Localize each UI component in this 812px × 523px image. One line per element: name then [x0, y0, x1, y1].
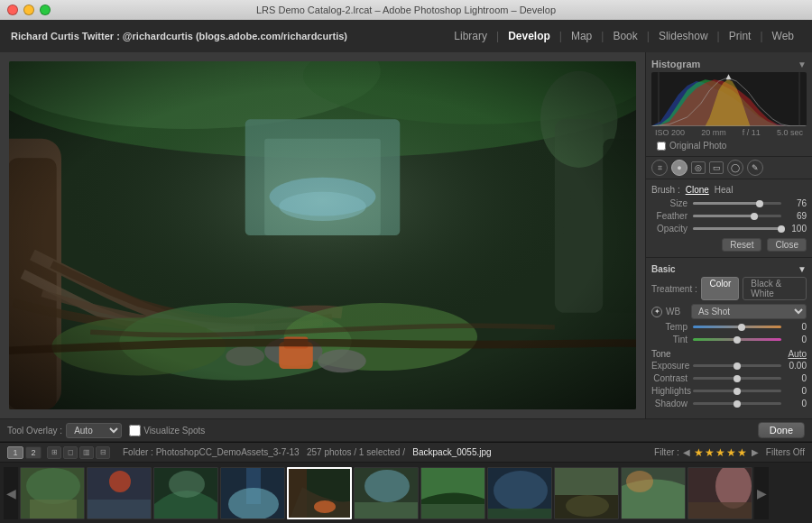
filmstrip-thumb-7[interactable] [420, 467, 485, 519]
svg-marker-25 [726, 74, 732, 79]
temp-slider[interactable] [693, 326, 781, 328]
crop-tool-icon[interactable]: ⌗ [651, 160, 668, 176]
view-num-2[interactable]: 2 [25, 446, 42, 459]
tone-label: Tone [651, 349, 671, 359]
bottom-toolbar: Tool Overlay : Auto Always Never Visuali… [0, 418, 812, 442]
grid-view-icon[interactable]: ⊞ [47, 446, 61, 459]
highlights-label: Highlights [651, 386, 693, 396]
nav-web[interactable]: Web [765, 27, 801, 45]
color-treatment[interactable]: Color [701, 277, 739, 300]
feather-slider[interactable] [693, 215, 781, 217]
bw-treatment[interactable]: Black & White [743, 277, 807, 300]
basic-arrow[interactable]: ▼ [798, 264, 807, 274]
loupe-view-icon[interactable]: ◻ [63, 446, 78, 459]
clone-option[interactable]: Clone [686, 185, 709, 195]
view-num-1[interactable]: 1 [7, 446, 23, 459]
highlights-slider[interactable] [693, 390, 781, 392]
reset-brush-button[interactable]: Reset [722, 238, 761, 252]
filmstrip-thumb-10[interactable] [621, 467, 686, 519]
nav-map[interactable]: Map [564, 27, 599, 45]
filmstrip-thumb-3[interactable] [153, 467, 218, 519]
shadows-slider[interactable] [693, 402, 781, 405]
nav-sep-2: | [559, 30, 562, 42]
filmstrip-thumb-4[interactable] [220, 467, 285, 519]
filmstrip-next-button[interactable]: ▶ [754, 467, 769, 519]
exposure-slider[interactable] [693, 364, 781, 367]
red-eye-icon[interactable]: ◎ [691, 161, 706, 174]
basic-section: Basic ▼ Treatment : Color Black & White … [646, 258, 812, 415]
eyedropper-icon[interactable]: ✦ [651, 307, 662, 317]
svg-rect-42 [355, 502, 419, 519]
main-area: Histogram ▼ [0, 52, 812, 418]
histogram-section: Histogram ▼ [646, 52, 812, 157]
contrast-slider[interactable] [693, 377, 781, 380]
wb-select[interactable]: As Shot Auto Daylight Cloudy [691, 304, 807, 319]
size-label: Size [651, 198, 693, 208]
opacity-slider[interactable] [693, 227, 781, 230]
close-button[interactable] [7, 5, 18, 15]
compare-view-icon[interactable]: ▥ [79, 446, 94, 459]
tint-slider[interactable] [693, 338, 781, 341]
histogram-header: Histogram ▼ [651, 56, 807, 72]
radial-filter-icon[interactable]: ◯ [727, 160, 743, 176]
survey-view-icon[interactable]: ⊟ [96, 446, 110, 459]
main-photo[interactable] [9, 61, 636, 409]
size-slider[interactable] [693, 202, 781, 205]
nav-print[interactable]: Print [722, 27, 759, 45]
svg-rect-49 [555, 468, 619, 495]
tint-row: Tint 0 [651, 335, 807, 344]
graduated-filter-icon[interactable]: ▭ [709, 161, 724, 174]
filmstrip-thumb-2[interactable] [87, 467, 152, 519]
filmstrip-thumb-9[interactable] [554, 467, 619, 519]
tool-overlay-group: Tool Overlay : Auto Always Never [7, 423, 122, 438]
nav-next-icon[interactable]: ▶ [752, 447, 759, 457]
aperture-value: f / 11 [743, 128, 761, 137]
treatment-row: Treatment : Color Black & White [651, 277, 807, 300]
original-photo-row: Original Photo [651, 139, 807, 152]
spot-removal-icon[interactable]: ● [671, 160, 687, 176]
filmstrip-thumb-6[interactable] [354, 467, 419, 519]
filmstrip-thumb-5-selected[interactable] [287, 467, 352, 519]
size-value: 76 [781, 198, 807, 208]
adjustment-brush-icon[interactable]: ✎ [747, 160, 763, 176]
temp-label: Temp [651, 322, 693, 332]
view-icons: ⊞ ◻ ▥ ⊟ [47, 446, 110, 459]
highlights-row: Highlights 0 [651, 386, 807, 396]
filter-label: Filter : [654, 447, 679, 457]
nav-sep-6: | [760, 30, 762, 42]
histogram-arrow[interactable]: ▼ [798, 60, 807, 69]
original-photo-checkbox[interactable] [657, 142, 666, 151]
filmstrip-thumb-11[interactable] [687, 467, 752, 519]
close-brush-button[interactable]: Close [767, 238, 807, 252]
nav-prev-icon[interactable]: ◀ [683, 447, 690, 457]
minimize-button[interactable] [23, 5, 34, 15]
view-mode-nums: 1 2 [7, 446, 42, 459]
visualize-spots-label: Visualize Spots [143, 426, 205, 436]
contrast-value: 0 [781, 373, 807, 383]
shadows-row: Shadow 0 [651, 399, 807, 408]
nav-develop[interactable]: Develop [501, 27, 558, 45]
filmstrip-prev-button[interactable]: ◀ [4, 467, 18, 519]
nav-slideshow[interactable]: Slideshow [651, 27, 715, 45]
title-bar: LRS Demo Catalog-2.lrcat – Adobe Photosh… [0, 0, 812, 20]
nav-library[interactable]: Library [447, 27, 494, 45]
filmstrip: 1 2 ⊞ ◻ ▥ ⊟ Folder : PhotoshopCC_DemoAss… [0, 442, 812, 523]
star-rating[interactable]: ★★★★★ [694, 446, 748, 459]
filmstrip-thumb-8[interactable] [487, 467, 552, 519]
nav-book[interactable]: Book [605, 27, 644, 45]
histogram-graph [651, 72, 807, 126]
maximize-button[interactable] [40, 5, 51, 15]
nav-sep-3: | [601, 30, 604, 42]
tool-overlay-select[interactable]: Auto Always Never [66, 423, 122, 438]
filmstrip-thumb-1[interactable] [20, 467, 85, 519]
svg-point-30 [109, 471, 131, 492]
tone-auto[interactable]: Auto [788, 349, 807, 359]
original-photo-label: Original Photo [669, 141, 726, 151]
heal-option[interactable]: Heal [715, 185, 734, 195]
opacity-row: Opacity 100 [651, 224, 807, 234]
done-button[interactable]: Done [758, 422, 805, 438]
visualize-spots-checkbox[interactable] [129, 425, 141, 436]
svg-rect-22 [9, 61, 636, 409]
visualize-spots-group: Visualize Spots [129, 425, 205, 436]
feather-label: Feather [651, 211, 693, 221]
